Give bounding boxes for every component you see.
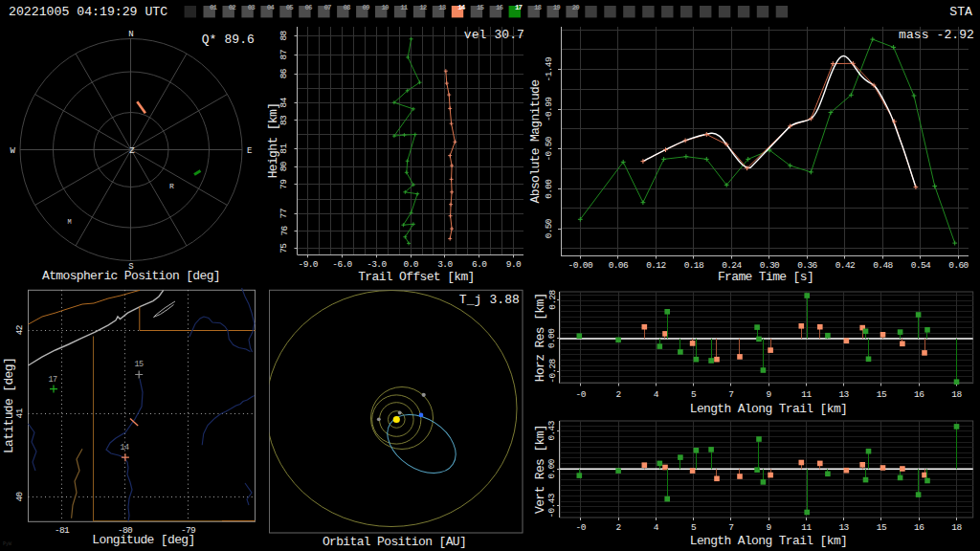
svg-text:mass -2.92: mass -2.92 bbox=[899, 28, 974, 42]
svg-text:T_j 3.88: T_j 3.88 bbox=[459, 293, 520, 307]
svg-text:-1.49: -1.49 bbox=[544, 56, 554, 81]
svg-text:-0.50: -0.50 bbox=[544, 136, 554, 161]
svg-text:0.28: 0.28 bbox=[547, 289, 558, 309]
svg-text:3.0: 3.0 bbox=[437, 259, 453, 270]
svg-text:7: 7 bbox=[728, 389, 733, 400]
svg-text:Z: Z bbox=[129, 146, 135, 156]
svg-text:Atmospheric Position [deg]: Atmospheric Position [deg] bbox=[42, 269, 220, 283]
svg-text:-0.28: -0.28 bbox=[547, 358, 558, 383]
svg-text:80: 80 bbox=[279, 161, 290, 171]
svg-text:13: 13 bbox=[839, 389, 850, 400]
svg-text:W: W bbox=[11, 146, 16, 156]
svg-text:Horz Res [km]: Horz Res [km] bbox=[533, 293, 547, 382]
svg-text:0.12: 0.12 bbox=[646, 260, 666, 271]
svg-text:-0: -0 bbox=[576, 389, 587, 400]
svg-text:42: 42 bbox=[14, 324, 25, 335]
svg-text:18: 18 bbox=[951, 522, 962, 533]
svg-text:15: 15 bbox=[877, 389, 887, 400]
svg-text:4: 4 bbox=[654, 522, 659, 533]
svg-text:0.54: 0.54 bbox=[911, 260, 931, 271]
svg-text:Latitude [deg]: Latitude [deg] bbox=[2, 358, 16, 453]
svg-text:-0.99: -0.99 bbox=[544, 97, 554, 121]
svg-text:17: 17 bbox=[515, 4, 523, 11]
svg-text:16: 16 bbox=[914, 522, 924, 533]
svg-text:Absolute Magnitude: Absolute Magnitude bbox=[528, 80, 543, 204]
svg-text:11: 11 bbox=[801, 389, 812, 400]
svg-text:18: 18 bbox=[951, 389, 962, 400]
svg-text:07: 07 bbox=[324, 4, 332, 11]
svg-text:15: 15 bbox=[134, 360, 144, 369]
svg-text:-0: -0 bbox=[576, 522, 587, 533]
svg-text:Orbital Position [AU]: Orbital Position [AU] bbox=[323, 535, 466, 549]
svg-text:Vert Res [km]: Vert Res [km] bbox=[533, 425, 547, 514]
svg-text:75: 75 bbox=[279, 243, 290, 253]
svg-text:vel 30.7: vel 30.7 bbox=[464, 28, 524, 42]
svg-text:83: 83 bbox=[279, 115, 290, 125]
svg-text:88: 88 bbox=[279, 30, 290, 40]
svg-text:-6.0: -6.0 bbox=[332, 259, 352, 270]
svg-text:-9.0: -9.0 bbox=[299, 259, 319, 270]
svg-text:STA: STA bbox=[949, 5, 972, 19]
svg-text:4: 4 bbox=[654, 389, 659, 400]
svg-text:-0.43: -0.43 bbox=[547, 493, 558, 518]
svg-text:20221005 04:19:29 UTC: 20221005 04:19:29 UTC bbox=[9, 5, 167, 19]
svg-text:Q* 89.6: Q* 89.6 bbox=[202, 33, 255, 47]
svg-text:17: 17 bbox=[48, 375, 57, 385]
svg-text:9: 9 bbox=[767, 389, 772, 400]
svg-text:0.42: 0.42 bbox=[835, 260, 856, 271]
svg-text:Height [km]: Height [km] bbox=[266, 103, 280, 179]
svg-text:15: 15 bbox=[877, 522, 887, 533]
svg-text:0.00: 0.00 bbox=[544, 179, 554, 199]
svg-text:Length Along Trail [km]: Length Along Trail [km] bbox=[690, 534, 847, 548]
svg-text:Length Along Trail [km]: Length Along Trail [km] bbox=[690, 402, 847, 416]
svg-text:Longitude [deg]: Longitude [deg] bbox=[92, 533, 194, 547]
svg-text:0.00: 0.00 bbox=[547, 458, 558, 478]
svg-text:6.0: 6.0 bbox=[472, 259, 487, 270]
svg-text:0.60: 0.60 bbox=[948, 260, 969, 271]
svg-text:R: R bbox=[169, 182, 174, 190]
svg-text:0.00: 0.00 bbox=[547, 328, 558, 348]
svg-text:-0.00: -0.00 bbox=[568, 260, 593, 271]
svg-text:13: 13 bbox=[839, 522, 850, 533]
svg-text:9: 9 bbox=[767, 522, 772, 533]
svg-text:9.0: 9.0 bbox=[506, 259, 522, 270]
svg-text:84: 84 bbox=[279, 97, 290, 107]
svg-text:14: 14 bbox=[120, 443, 129, 452]
svg-text:N: N bbox=[128, 30, 133, 39]
svg-text:Trail Offset [km]: Trail Offset [km] bbox=[358, 270, 475, 284]
svg-text:76: 76 bbox=[279, 226, 290, 236]
svg-text:Frame Time [s]: Frame Time [s] bbox=[718, 270, 813, 284]
svg-text:-81: -81 bbox=[55, 525, 70, 536]
svg-text:M: M bbox=[68, 218, 72, 226]
svg-text:77: 77 bbox=[279, 209, 290, 218]
svg-text:0.43: 0.43 bbox=[547, 420, 558, 440]
svg-text:87: 87 bbox=[279, 50, 290, 59]
svg-text:81: 81 bbox=[279, 143, 290, 154]
svg-text:0.18: 0.18 bbox=[684, 260, 704, 271]
svg-text:PyW: PyW bbox=[3, 541, 11, 547]
svg-text:16: 16 bbox=[914, 389, 924, 400]
svg-text:7: 7 bbox=[728, 522, 733, 533]
svg-text:11: 11 bbox=[801, 522, 812, 533]
svg-text:79: 79 bbox=[279, 179, 290, 189]
svg-text:-3.0: -3.0 bbox=[367, 259, 387, 270]
svg-text:0.06: 0.06 bbox=[609, 260, 629, 271]
svg-text:40: 40 bbox=[14, 491, 25, 501]
svg-text:E: E bbox=[247, 146, 252, 156]
svg-text:0.48: 0.48 bbox=[873, 260, 893, 271]
svg-text:0.50: 0.50 bbox=[544, 218, 554, 238]
svg-text:0.0: 0.0 bbox=[403, 259, 418, 270]
svg-text:86: 86 bbox=[279, 68, 290, 78]
